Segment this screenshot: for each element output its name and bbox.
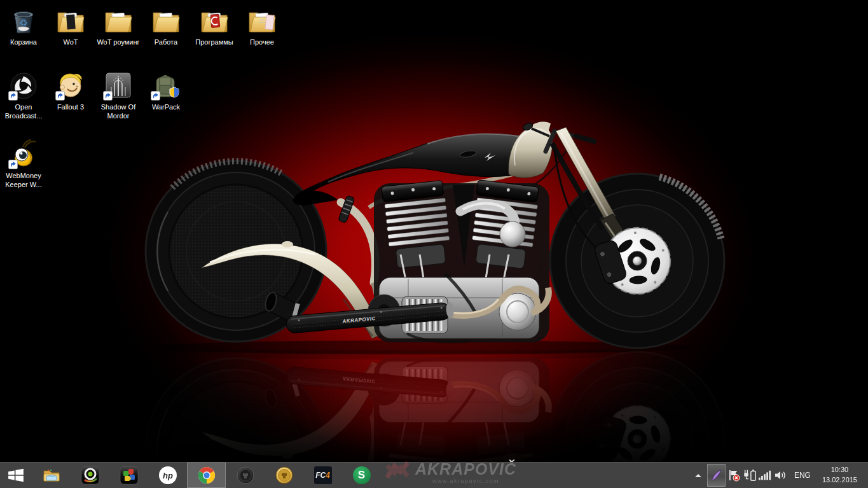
desktop-icon-misc-folder[interactable]: Прочее: [238, 5, 286, 46]
network-signal-icon: [759, 469, 771, 482]
shadow-of-mordor-icon: [103, 70, 134, 101]
taskbar-webcam-app[interactable]: [71, 463, 109, 488]
desktop-icon-rabota-folder[interactable]: Работа: [142, 5, 189, 46]
folder-documents-icon: [247, 5, 277, 36]
desktop-icon-label: Fallout 3: [57, 102, 84, 111]
power-plug-battery-icon: [743, 468, 757, 482]
file-explorer-icon: [42, 466, 61, 485]
tray-clock[interactable]: 10:30 13.02.2015: [817, 465, 862, 485]
taskbar-hp-app[interactable]: hp: [148, 463, 187, 488]
fallout3-icon: [55, 70, 86, 101]
taskbar-world-of-tanks-gold[interactable]: [265, 463, 303, 488]
desktop-icon-label: Open Broadcast...: [0, 102, 47, 121]
taskbar-file-explorer[interactable]: [32, 463, 71, 488]
start-button[interactable]: [0, 463, 32, 488]
folder-programs-icon: [199, 5, 230, 36]
obs-icon: [8, 70, 39, 101]
taskbar-s-app[interactable]: S: [342, 463, 381, 488]
desktop-icon-label: WebMoney Keeper W...: [0, 171, 47, 190]
speaker-icon: [774, 469, 787, 482]
chevron-up-icon: [695, 474, 701, 477]
desktop-icon-label: WarPack: [152, 102, 180, 111]
desktop-screen: AKRAPOVIC: [0, 0, 868, 488]
chrome-icon: [197, 466, 216, 485]
tray-power[interactable]: [742, 463, 757, 488]
puzzle-app-icon: [120, 466, 139, 485]
desktop-icon-warpack[interactable]: WarPack: [142, 70, 189, 111]
s-app-label: S: [358, 469, 365, 482]
desktop-icon-wot-roaming-folder[interactable]: WoT роуминг: [95, 5, 142, 46]
desktop-icon-label: WoT роуминг: [97, 38, 139, 46]
farcry4-icon: FC4: [314, 466, 332, 484]
clock-date: 13.02.2015: [822, 475, 857, 485]
clock-time: 10:30: [831, 465, 849, 475]
flag-alert-icon: [728, 469, 741, 482]
tray-action-center[interactable]: [727, 463, 742, 488]
warpack-icon: [151, 70, 181, 101]
desktop-icon-label: Прочее: [250, 38, 274, 46]
desktop-icon-label: Shadow Of Mordor: [95, 102, 142, 121]
desktop-icon-label: Работа: [155, 38, 177, 46]
language-label: ENG: [794, 471, 811, 480]
farcry4-fc-label: FC: [315, 471, 326, 480]
shortcut-arrow-icon: [55, 91, 65, 101]
show-hidden-icons-button[interactable]: [691, 463, 706, 488]
desktop-icon-label: Корзина: [10, 38, 37, 46]
taskbar-puzzle-app[interactable]: [109, 463, 148, 488]
recycle-bin-icon: ♻: [8, 5, 39, 36]
desktop-icon-programs-folder[interactable]: Программы: [191, 5, 238, 46]
desktop-icon-webmoney[interactable]: WebMoney Keeper W...: [0, 139, 47, 190]
folder-icon: [151, 5, 181, 36]
desktop-icon-label: WoT: [63, 38, 78, 46]
desktop-icon-wot-folder[interactable]: WoT: [47, 5, 94, 46]
shortcut-arrow-icon: [8, 160, 18, 169]
s-app-icon: S: [353, 466, 371, 484]
tray-network[interactable]: [757, 463, 773, 488]
taskbar-world-of-tanks[interactable]: [226, 463, 265, 488]
windows-start-icon: [8, 467, 24, 484]
world-of-tanks-icon: [237, 466, 254, 484]
taskbar-empty-area: [381, 463, 691, 488]
desktop-icon-label: Программы: [195, 38, 233, 46]
shortcut-arrow-icon: [8, 91, 18, 101]
system-tray: ENG 10:30 13.02.2015: [691, 463, 868, 488]
shortcut-arrow-icon: [151, 91, 160, 101]
webcam-app-icon: [81, 466, 100, 485]
world-of-tanks-gold-icon: [275, 466, 293, 484]
desktop-icon-recycle-bin[interactable]: ♻ Корзина: [0, 5, 47, 46]
tray-feather-pen-app[interactable]: [707, 464, 726, 487]
taskbar: hp: [0, 462, 868, 488]
shortcut-arrow-icon: [103, 91, 113, 101]
folder-icon: [55, 5, 86, 36]
desktop-icon-obs[interactable]: Open Broadcast...: [0, 70, 47, 121]
language-indicator[interactable]: ENG: [788, 471, 817, 480]
feather-pen-icon: [710, 468, 722, 482]
desktop-icon-fallout3[interactable]: Fallout 3: [47, 70, 94, 111]
svg-text:♻: ♻: [19, 17, 27, 29]
desktop-icon-shadow-of-mordor[interactable]: Shadow Of Mordor: [95, 70, 142, 121]
folder-icon: [103, 5, 134, 36]
taskbar-farcry4[interactable]: FC4: [303, 463, 342, 488]
hp-label: hp: [163, 471, 173, 480]
webmoney-icon: [8, 139, 39, 169]
farcry4-4-label: 4: [326, 471, 330, 480]
hp-icon: hp: [158, 466, 177, 485]
tray-volume[interactable]: [773, 463, 788, 488]
taskbar-chrome[interactable]: [187, 463, 226, 488]
